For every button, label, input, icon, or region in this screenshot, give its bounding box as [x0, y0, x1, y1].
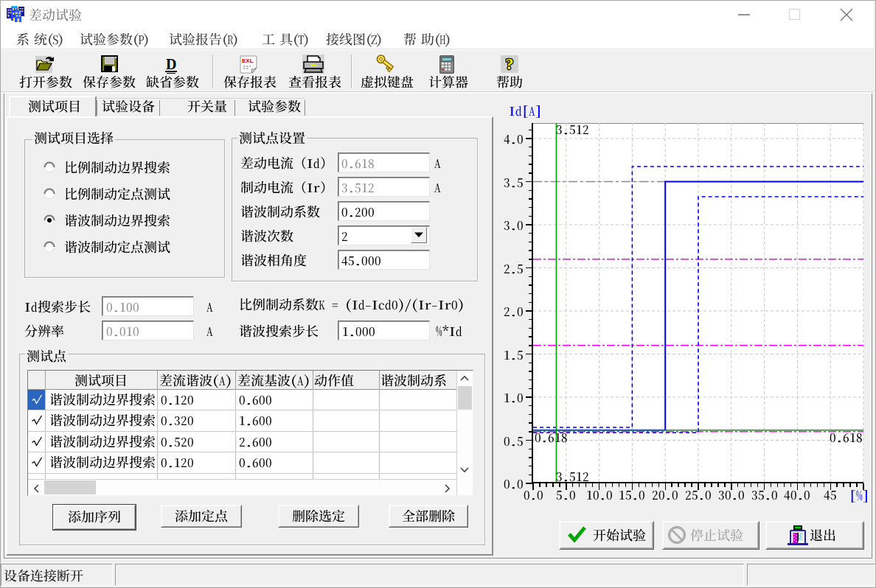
- svg-text:?: ?: [506, 55, 514, 73]
- svg-text:EXL: EXL: [242, 57, 254, 64]
